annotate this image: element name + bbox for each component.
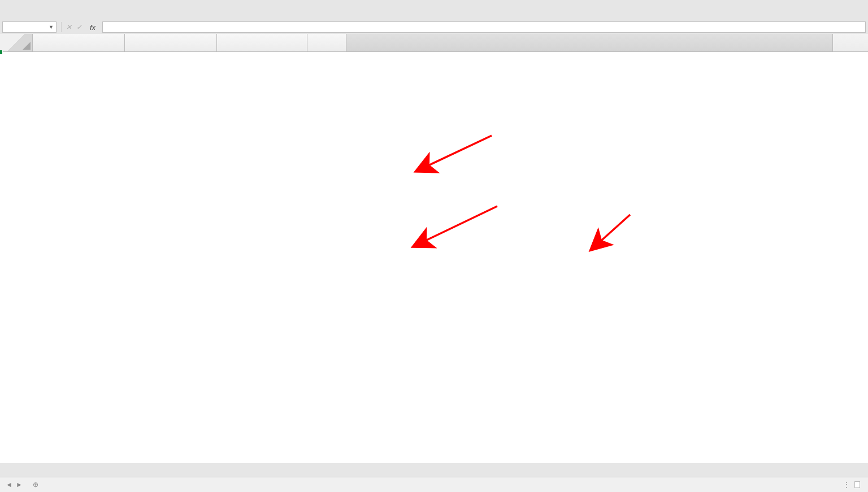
- select-all-corner[interactable]: [0, 34, 33, 51]
- spreadsheet-grid[interactable]: [0, 34, 868, 463]
- next-sheet-icon[interactable]: ►: [16, 481, 23, 489]
- window-chrome-spacer: [0, 0, 868, 20]
- col-header-A[interactable]: [33, 34, 125, 51]
- col-header-B[interactable]: [125, 34, 217, 51]
- col-header-C[interactable]: [217, 34, 307, 51]
- column-headers: [0, 34, 868, 52]
- annotation-arrows: [0, 34, 868, 463]
- col-header-D[interactable]: [307, 34, 346, 51]
- confirm-icon[interactable]: ✓: [76, 23, 82, 31]
- name-box[interactable]: ▼: [2, 21, 57, 33]
- sheet-nav: ◄ ►: [0, 477, 28, 492]
- separator: [61, 22, 62, 32]
- formula-input[interactable]: [102, 21, 866, 33]
- chevron-down-icon[interactable]: ▼: [49, 24, 54, 30]
- selection-outline: [0, 52, 2, 54]
- arrow-icon: [602, 215, 630, 240]
- horizontal-scroll[interactable]: ⋮: [843, 477, 868, 492]
- formula-bar: ▼ ✕ ✓ fx: [0, 20, 868, 34]
- formula-bar-buttons: ✕ ✓ fx: [66, 23, 100, 32]
- sheet-tab-bar: ◄ ► ⊕ ⋮: [0, 477, 868, 492]
- prev-sheet-icon[interactable]: ◄: [6, 481, 12, 489]
- col-header-E[interactable]: [346, 34, 833, 51]
- arrow-icon: [427, 206, 497, 240]
- arrow-icon: [429, 136, 492, 165]
- fx-icon[interactable]: fx: [90, 23, 96, 32]
- drag-handle-icon[interactable]: ⋮: [843, 481, 850, 489]
- scroll-left-icon[interactable]: [854, 481, 860, 488]
- add-sheet-button[interactable]: ⊕: [28, 477, 43, 492]
- cancel-icon[interactable]: ✕: [66, 23, 72, 31]
